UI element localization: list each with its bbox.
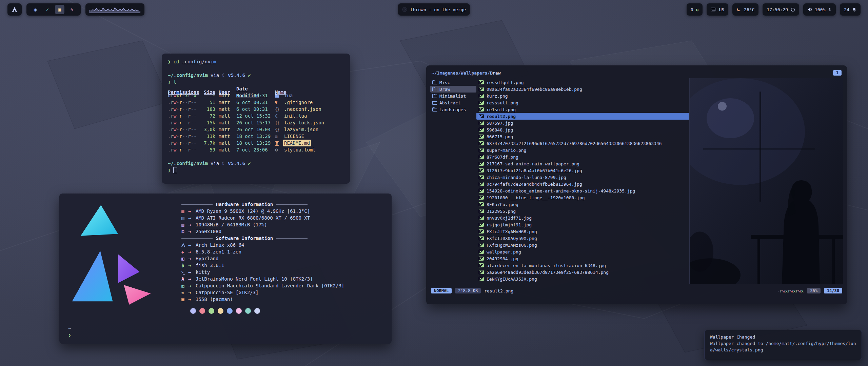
active-prompt[interactable]: ❯ [168, 167, 344, 174]
image-file-icon [479, 209, 484, 213]
file-manager-window[interactable]: ~/Imagenes/Wallpapers/Draw 1 Misc Draw [426, 65, 847, 304]
file-item[interactable]: 154928-odinokoe_anime-art-anime-okno-sin… [476, 187, 689, 194]
file-owner: matt [219, 146, 233, 153]
file-item[interactable]: 19201080-__blue-tinge__-1920×1080.jpg [476, 194, 689, 201]
info-icon [181, 255, 188, 262]
file-item[interactable]: 68747470733a2f2f696d616765732d7769786d70… [476, 140, 689, 147]
workspace-button[interactable]: ◉ [31, 5, 40, 14]
file-item[interactable]: 87r687df.png [476, 154, 689, 160]
file-item[interactable]: FXfcII0X0AQyn9X.png [476, 235, 689, 242]
workspace-button[interactable]: ▣ [55, 5, 64, 14]
clock-widget[interactable]: 17:50:29 [763, 3, 799, 16]
info-line: Hyprland [181, 255, 383, 262]
file-size: 59 [200, 146, 215, 153]
file-item[interactable]: rsjqojlmjhf91.jpg [476, 221, 689, 228]
notifications-widget[interactable]: 24 [840, 3, 861, 16]
file-type-icon [275, 126, 281, 133]
prompt-char: ❯ [168, 167, 171, 174]
image-file-icon [479, 135, 484, 139]
file-name: 0c794faf07de24a4db4d4fb1eb813964.jpg [487, 182, 582, 187]
file-item[interactable]: super-mario.png [476, 147, 689, 154]
file-item[interactable]: 866715.png [476, 133, 689, 140]
file-item[interactable]: kurz.png [476, 93, 689, 99]
file-item[interactable]: 3122955.png [476, 208, 689, 215]
music-player-widget[interactable]: thrown - on the verge [398, 3, 470, 16]
file-name: .neoconf.json [283, 106, 322, 113]
file-item[interactable]: chica-mirando-la-luna-8799.jpg [476, 174, 689, 181]
keyboard-layout-widget[interactable]: US [707, 3, 728, 16]
image-file-icon [479, 277, 484, 281]
file-item[interactable]: FXfcHgcWIAMzs0G.png [476, 242, 689, 248]
file-item[interactable]: re1sult.png [476, 106, 689, 113]
file-date: 26 oct 15:17 [236, 119, 272, 126]
file-item[interactable]: 8FKa7Cu.jpeg [476, 201, 689, 208]
file-item[interactable]: ressdfgult.png [476, 79, 689, 86]
info-line: fish 3.6.1 [181, 262, 383, 269]
file-owner: matt [219, 113, 233, 119]
file-type-icon [275, 133, 281, 140]
updates-widget[interactable]: 0 [687, 3, 703, 16]
info-text: kitty [196, 269, 210, 276]
file-item[interactable]: 5a266e448add93deab367d87173e9f25-6837886… [476, 269, 689, 276]
image-file-icon [479, 87, 484, 91]
arrow-icon [188, 221, 196, 228]
palette-dot [227, 308, 233, 314]
file-item[interactable]: 217167-sad-anime-rain-wallpaper.png [476, 160, 689, 167]
sidebar-folder[interactable]: Landscapes [430, 106, 476, 113]
file-size: 11k [200, 133, 215, 140]
file-item[interactable]: nnvuv0xj2df71.jpg [476, 215, 689, 221]
folder-name: Abstract [439, 100, 461, 105]
file-name-cell: .gitignore [275, 99, 344, 106]
image-file-icon [479, 101, 484, 105]
sidebar-folder[interactable]: Minimalist [430, 93, 476, 99]
file-item[interactable]: 596848.jpg [476, 126, 689, 133]
arrow-icon [188, 208, 196, 215]
cwd: ~/.config/nvim [168, 160, 208, 167]
file-item[interactable]: result2.png [476, 113, 689, 120]
file-item[interactable]: atardecer-en-la-montanas-ilustracion-634… [476, 262, 689, 269]
shell-prompt[interactable]: ~ ❯ [68, 325, 71, 339]
palette-dot [245, 308, 251, 314]
info-text: Arch Linux x86_64 [196, 242, 244, 248]
weather-widget[interactable]: 26°C [732, 3, 758, 16]
sidebar-folder[interactable]: Draw [430, 86, 476, 93]
sidebar-folder[interactable]: Abstract [430, 99, 476, 106]
file-item[interactable]: 587597.jpg [476, 120, 689, 126]
file-item[interactable]: 0c794faf07de24a4db4d4fb1eb813964.jpg [476, 181, 689, 187]
volume-widget[interactable]: 100% [803, 3, 836, 16]
file-item[interactable]: resssult.png [476, 99, 689, 106]
workspace-icon: ✎ [71, 7, 73, 12]
workspace-button[interactable]: ✓ [43, 5, 52, 14]
file-name: FXfcJlTXgAMvH6R.png [487, 229, 537, 234]
file-item[interactable]: EeNKYgIUcAAJ5JX.png [476, 276, 689, 282]
info-text: JetBrainsMono Nerd Font Light 10 [GTK2/3… [196, 276, 313, 282]
info-icon [181, 242, 188, 248]
file-permissions: .rw-r--r-- [168, 133, 197, 140]
launcher-button[interactable] [7, 3, 22, 16]
file-manager-header: ~/Imagenes/Wallpapers/Draw 1 [430, 69, 843, 77]
file-name: init.lua [283, 113, 308, 119]
system-info-window[interactable]: Hardware Information AMD Ryzen 9 5900X (… [59, 194, 392, 344]
file-item[interactable]: wallpaper.png [476, 248, 689, 255]
info-icon [181, 289, 188, 296]
file-item[interactable]: 08a634fa02a32364f69ebc86a98eb1eb.png [476, 86, 689, 93]
file-permissions: .rw-r--r-- [168, 119, 197, 126]
terminal-window[interactable]: ❯cd.config/nvim ~/.config/nvimviav5.4.6✔… [162, 54, 350, 184]
notification-popup[interactable]: Wallpaper Changed Wallpaper changed to /… [704, 330, 862, 360]
file-item[interactable]: 3126f7e9bbf21a8a4af0b67b041c6e26.jpg [476, 167, 689, 174]
color-palette [190, 308, 383, 314]
image-file-icon [479, 162, 484, 166]
image-file-icon [479, 257, 484, 261]
file-name: 8FKa7Cu.jpeg [487, 202, 518, 207]
sidebar-folder[interactable]: Misc [430, 79, 476, 86]
workspace-button[interactable]: ✎ [67, 5, 77, 14]
folder-name: Minimalist [439, 94, 466, 99]
info-icon [181, 276, 188, 282]
file-name-cell: lazy-lock.json [275, 119, 344, 126]
file-name: README.md [283, 140, 311, 146]
status-ok: ✔ [248, 160, 251, 167]
music-disc-icon [402, 7, 408, 12]
file-item[interactable]: 20492984.jpg [476, 255, 689, 262]
image-file-icon [479, 94, 484, 98]
file-item[interactable]: FXfcJlTXgAMvH6R.png [476, 228, 689, 235]
